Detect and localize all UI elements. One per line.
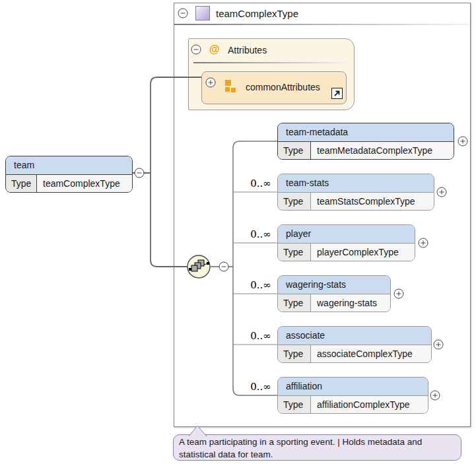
type-row: Type teamComplexType <box>6 175 132 192</box>
annotation-line: A team participating in a sporting event… <box>179 436 456 448</box>
attribute-group-name: commonAttributes <box>246 82 320 92</box>
element-box-wagering-stats[interactable]: wagering-stats Type wagering-stats <box>277 275 391 312</box>
type-label: Type <box>278 142 311 159</box>
expand-toggle[interactable] <box>393 288 404 299</box>
minus-icon <box>219 261 229 272</box>
sequence-collapse-toggle[interactable] <box>219 261 229 272</box>
type-row: Type associateComplexType <box>278 345 431 362</box>
type-value: teamComplexType <box>37 175 132 192</box>
element-name: player <box>278 225 415 244</box>
attributes-separator <box>193 62 348 63</box>
type-value: teamMetadataComplexType <box>311 142 454 159</box>
plus-icon <box>205 77 216 88</box>
attribute-group-icon <box>224 80 237 92</box>
plus-icon <box>433 339 444 350</box>
minus-icon <box>178 8 188 18</box>
reference-arrow-icon <box>331 88 343 99</box>
expand-toggle[interactable] <box>433 339 444 350</box>
element-name: team-stats <box>278 174 434 193</box>
type-row: Type teamStatsComplexType <box>278 193 434 210</box>
type-label: Type <box>6 175 37 192</box>
type-value: teamStatsComplexType <box>311 193 434 210</box>
attributes-group-label: Attributes <box>228 45 267 55</box>
minus-icon <box>134 168 145 178</box>
type-value: affiliationComplexType <box>311 396 428 413</box>
type-row: Type wagering-stats <box>278 294 390 312</box>
element-name: team-metadata <box>278 123 454 142</box>
element-box-player[interactable]: player Type playerComplexType <box>277 224 415 261</box>
element-box-team-stats[interactable]: team-stats Type teamStatsComplexType <box>277 174 434 211</box>
type-label: Type <box>278 345 311 362</box>
plus-icon <box>436 187 447 197</box>
element-box-affiliation[interactable]: affiliation Type affiliationComplexType <box>277 377 428 414</box>
element-name: team <box>6 156 132 175</box>
annotation-tooltip: A team participating in a sporting event… <box>173 434 461 461</box>
expand-toggle[interactable] <box>458 136 468 147</box>
expand-toggle[interactable] <box>205 77 216 88</box>
type-value: playerComplexType <box>311 244 415 261</box>
annotation-line: statistical data for team. <box>179 448 456 461</box>
type-label: Type <box>278 294 311 312</box>
element-box-team-metadata[interactable]: team-metadata Type teamMetadataComplexTy… <box>277 123 454 160</box>
cardinality-label: 0..∞ <box>248 228 273 240</box>
expand-toggle[interactable] <box>430 390 440 401</box>
cardinality-label: 0..∞ <box>248 279 273 291</box>
minus-icon <box>191 44 201 55</box>
type-row: Type affiliationComplexType <box>278 396 428 413</box>
expand-toggle[interactable] <box>436 187 447 197</box>
cardinality-label: 0..∞ <box>248 330 273 342</box>
complex-type-title: teamComplexType <box>216 8 298 20</box>
plus-icon <box>393 288 404 299</box>
plus-icon <box>430 390 440 401</box>
element-name: affiliation <box>278 378 428 396</box>
type-label: Type <box>278 193 311 210</box>
plus-icon <box>458 136 468 147</box>
cardinality-label: 0..∞ <box>248 178 273 189</box>
type-label: Type <box>278 244 311 261</box>
collapse-toggle[interactable] <box>178 8 188 18</box>
type-row: Type teamMetadataComplexType <box>278 142 454 159</box>
type-row: Type playerComplexType <box>278 244 415 261</box>
type-value: associateComplexType <box>311 345 431 362</box>
element-box-team[interactable]: team Type teamComplexType <box>5 156 133 193</box>
header-separator <box>174 24 469 25</box>
complex-type-icon <box>195 6 210 20</box>
plus-icon <box>418 238 428 248</box>
type-value: wagering-stats <box>311 294 390 312</box>
element-name: associate <box>278 327 431 345</box>
attributes-collapse-toggle[interactable] <box>191 44 201 55</box>
sequence-icon[interactable] <box>187 255 212 280</box>
schema-diagram: teamComplexType @ Attributes commonAttri… <box>0 0 476 464</box>
cardinality-label: 0..∞ <box>248 381 273 393</box>
element-box-associate[interactable]: associate Type associateComplexType <box>277 326 432 363</box>
element-name: wagering-stats <box>278 276 390 294</box>
attributes-icon: @ <box>209 44 220 55</box>
collapse-toggle[interactable] <box>134 168 145 178</box>
type-label: Type <box>278 396 311 413</box>
expand-toggle[interactable] <box>418 238 428 248</box>
